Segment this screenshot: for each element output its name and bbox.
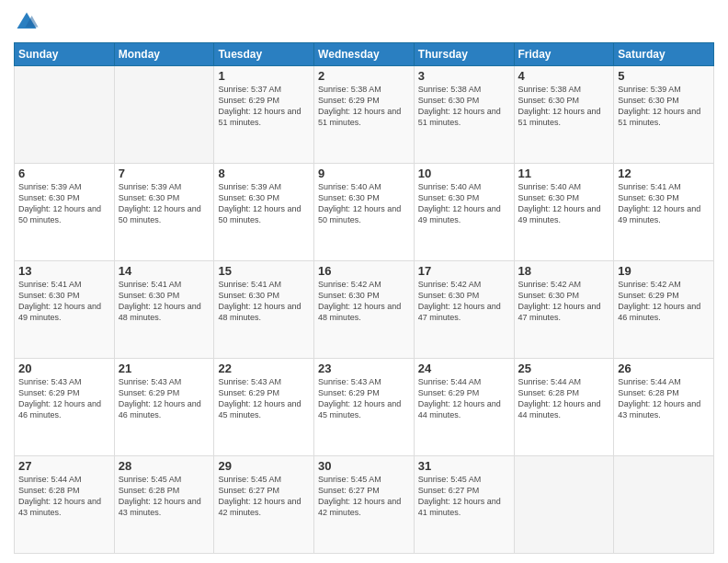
cell-detail: Sunrise: 5:44 AM Sunset: 6:29 PM Dayligh… (418, 376, 510, 421)
cell-detail: Sunrise: 5:43 AM Sunset: 6:29 PM Dayligh… (18, 376, 110, 421)
day-number: 17 (418, 264, 510, 278)
cell-detail: Sunrise: 5:42 AM Sunset: 6:29 PM Dayligh… (618, 279, 710, 324)
calendar-cell: 14Sunrise: 5:41 AM Sunset: 6:30 PM Dayli… (114, 261, 214, 359)
calendar-week-row: 20Sunrise: 5:43 AM Sunset: 6:29 PM Dayli… (15, 359, 714, 456)
day-number: 22 (218, 362, 310, 375)
calendar-cell: 8Sunrise: 5:39 AM Sunset: 6:30 PM Daylig… (214, 164, 314, 261)
calendar-cell: 15Sunrise: 5:41 AM Sunset: 6:30 PM Dayli… (214, 261, 314, 359)
cell-detail: Sunrise: 5:40 AM Sunset: 6:30 PM Dayligh… (518, 181, 610, 226)
day-number: 27 (18, 459, 110, 473)
calendar-cell: 24Sunrise: 5:44 AM Sunset: 6:29 PM Dayli… (414, 359, 514, 456)
cell-detail: Sunrise: 5:37 AM Sunset: 6:29 PM Dayligh… (218, 84, 310, 129)
cell-detail: Sunrise: 5:42 AM Sunset: 6:30 PM Dayligh… (418, 279, 510, 324)
day-number: 28 (119, 459, 210, 473)
day-number: 20 (18, 362, 110, 375)
day-header-thursday: Thursday (414, 43, 514, 66)
calendar-cell: 27Sunrise: 5:44 AM Sunset: 6:28 PM Dayli… (15, 456, 115, 554)
calendar-cell: 26Sunrise: 5:44 AM Sunset: 6:28 PM Dayli… (614, 359, 714, 456)
cell-detail: Sunrise: 5:43 AM Sunset: 6:29 PM Dayligh… (218, 376, 310, 421)
calendar-cell: 13Sunrise: 5:41 AM Sunset: 6:30 PM Dayli… (15, 261, 115, 359)
cell-detail: Sunrise: 5:45 AM Sunset: 6:27 PM Dayligh… (318, 474, 410, 519)
calendar-cell: 12Sunrise: 5:41 AM Sunset: 6:30 PM Dayli… (614, 164, 714, 261)
day-number: 26 (618, 362, 710, 375)
calendar-cell: 30Sunrise: 5:45 AM Sunset: 6:27 PM Dayli… (314, 456, 415, 554)
cell-detail: Sunrise: 5:39 AM Sunset: 6:30 PM Dayligh… (618, 84, 710, 129)
calendar-cell: 7Sunrise: 5:39 AM Sunset: 6:30 PM Daylig… (114, 164, 214, 261)
calendar-cell: 17Sunrise: 5:42 AM Sunset: 6:30 PM Dayli… (414, 261, 514, 359)
logo (14, 9, 43, 35)
cell-detail: Sunrise: 5:38 AM Sunset: 6:29 PM Dayligh… (318, 84, 410, 129)
day-number: 10 (418, 167, 510, 180)
day-number: 23 (318, 362, 410, 375)
day-number: 24 (418, 362, 510, 375)
day-number: 1 (218, 69, 310, 83)
cell-detail: Sunrise: 5:45 AM Sunset: 6:27 PM Dayligh… (418, 474, 510, 519)
day-number: 8 (218, 167, 310, 180)
calendar-cell: 28Sunrise: 5:45 AM Sunset: 6:28 PM Dayli… (114, 456, 214, 554)
calendar-cell: 6Sunrise: 5:39 AM Sunset: 6:30 PM Daylig… (15, 164, 115, 261)
day-number: 6 (18, 167, 110, 180)
day-header-friday: Friday (514, 43, 614, 66)
page: SundayMondayTuesdayWednesdayThursdayFrid… (0, 0, 728, 563)
calendar-week-row: 27Sunrise: 5:44 AM Sunset: 6:28 PM Dayli… (15, 456, 714, 554)
cell-detail: Sunrise: 5:38 AM Sunset: 6:30 PM Dayligh… (518, 84, 610, 129)
calendar-cell: 29Sunrise: 5:45 AM Sunset: 6:27 PM Dayli… (214, 456, 314, 554)
day-number: 18 (518, 264, 610, 278)
day-number: 12 (618, 167, 710, 180)
day-number: 5 (618, 69, 710, 83)
cell-detail: Sunrise: 5:44 AM Sunset: 6:28 PM Dayligh… (518, 376, 610, 421)
calendar-cell: 19Sunrise: 5:42 AM Sunset: 6:29 PM Dayli… (614, 261, 714, 359)
cell-detail: Sunrise: 5:40 AM Sunset: 6:30 PM Dayligh… (418, 181, 510, 226)
day-number: 16 (318, 264, 410, 278)
cell-detail: Sunrise: 5:42 AM Sunset: 6:30 PM Dayligh… (518, 279, 610, 324)
day-number: 15 (218, 264, 310, 278)
cell-detail: Sunrise: 5:45 AM Sunset: 6:27 PM Dayligh… (218, 474, 310, 519)
calendar-cell (514, 456, 614, 554)
calendar-table: SundayMondayTuesdayWednesdayThursdayFrid… (14, 42, 714, 554)
day-number: 11 (518, 167, 610, 180)
day-number: 3 (418, 69, 510, 83)
day-header-sunday: Sunday (15, 43, 115, 66)
cell-detail: Sunrise: 5:41 AM Sunset: 6:30 PM Dayligh… (218, 279, 310, 324)
calendar-week-row: 1Sunrise: 5:37 AM Sunset: 6:29 PM Daylig… (15, 66, 714, 164)
calendar-cell (114, 66, 214, 164)
calendar-week-row: 6Sunrise: 5:39 AM Sunset: 6:30 PM Daylig… (15, 164, 714, 261)
header (14, 9, 714, 35)
day-header-wednesday: Wednesday (314, 43, 415, 66)
day-header-tuesday: Tuesday (214, 43, 314, 66)
day-header-monday: Monday (114, 43, 214, 66)
calendar-cell: 25Sunrise: 5:44 AM Sunset: 6:28 PM Dayli… (514, 359, 614, 456)
calendar-cell: 10Sunrise: 5:40 AM Sunset: 6:30 PM Dayli… (414, 164, 514, 261)
cell-detail: Sunrise: 5:42 AM Sunset: 6:30 PM Dayligh… (318, 279, 410, 324)
logo-icon (14, 9, 40, 35)
day-number: 9 (318, 167, 410, 180)
cell-detail: Sunrise: 5:40 AM Sunset: 6:30 PM Dayligh… (318, 181, 410, 226)
cell-detail: Sunrise: 5:39 AM Sunset: 6:30 PM Dayligh… (218, 181, 310, 226)
day-number: 30 (318, 459, 410, 473)
day-number: 21 (119, 362, 210, 375)
calendar-cell: 3Sunrise: 5:38 AM Sunset: 6:30 PM Daylig… (414, 66, 514, 164)
cell-detail: Sunrise: 5:44 AM Sunset: 6:28 PM Dayligh… (18, 474, 110, 519)
calendar-cell: 20Sunrise: 5:43 AM Sunset: 6:29 PM Dayli… (15, 359, 115, 456)
calendar-cell: 5Sunrise: 5:39 AM Sunset: 6:30 PM Daylig… (614, 66, 714, 164)
calendar-cell: 11Sunrise: 5:40 AM Sunset: 6:30 PM Dayli… (514, 164, 614, 261)
day-number: 2 (318, 69, 410, 83)
calendar-cell: 4Sunrise: 5:38 AM Sunset: 6:30 PM Daylig… (514, 66, 614, 164)
cell-detail: Sunrise: 5:41 AM Sunset: 6:30 PM Dayligh… (119, 279, 210, 324)
cell-detail: Sunrise: 5:39 AM Sunset: 6:30 PM Dayligh… (119, 181, 210, 226)
cell-detail: Sunrise: 5:41 AM Sunset: 6:30 PM Dayligh… (18, 279, 110, 324)
day-number: 13 (18, 264, 110, 278)
cell-detail: Sunrise: 5:43 AM Sunset: 6:29 PM Dayligh… (119, 376, 210, 421)
day-number: 19 (618, 264, 710, 278)
calendar-cell: 1Sunrise: 5:37 AM Sunset: 6:29 PM Daylig… (214, 66, 314, 164)
day-number: 14 (119, 264, 210, 278)
day-header-saturday: Saturday (614, 43, 714, 66)
calendar-header-row: SundayMondayTuesdayWednesdayThursdayFrid… (15, 43, 714, 66)
cell-detail: Sunrise: 5:43 AM Sunset: 6:29 PM Dayligh… (318, 376, 410, 421)
calendar-cell (15, 66, 115, 164)
day-number: 7 (119, 167, 210, 180)
calendar-cell: 16Sunrise: 5:42 AM Sunset: 6:30 PM Dayli… (314, 261, 415, 359)
calendar-cell: 23Sunrise: 5:43 AM Sunset: 6:29 PM Dayli… (314, 359, 415, 456)
calendar-cell: 9Sunrise: 5:40 AM Sunset: 6:30 PM Daylig… (314, 164, 415, 261)
cell-detail: Sunrise: 5:44 AM Sunset: 6:28 PM Dayligh… (618, 376, 710, 421)
